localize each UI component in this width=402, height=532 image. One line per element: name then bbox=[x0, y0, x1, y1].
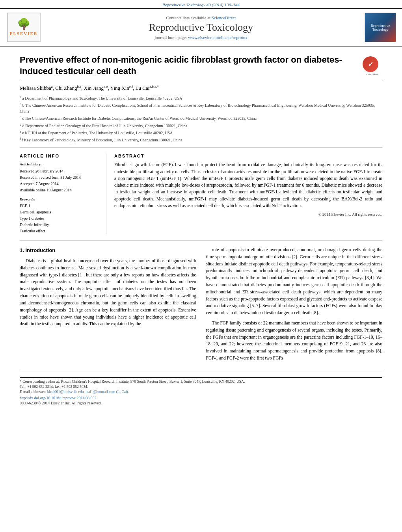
keyword-4: Diabetic infertility bbox=[20, 222, 100, 228]
homepage-link[interactable]: www.elsevier.com/locate/reprotox bbox=[188, 35, 248, 40]
affil-c: c c The Chinese-American Research Instit… bbox=[20, 115, 382, 122]
keyword-5: Testicular effect bbox=[20, 228, 100, 234]
journal-ref: Reproductive Toxicology 49 (2014) 136–14… bbox=[162, 2, 240, 7]
two-col-section: Article Info Article history: Received 2… bbox=[20, 148, 382, 240]
journal-logo: ReproductiveToxicology bbox=[361, 13, 396, 42]
authors-line: Melissa Skibbaa, Chi Zhangb,c, Xin Jiang… bbox=[20, 81, 382, 93]
email-links[interactable]: klcai001@louisville.edu, lcai1@hotmail.c… bbox=[47, 390, 129, 394]
keyword-2: Germ cell apoptosis bbox=[20, 209, 100, 215]
header-center: Contents lists available at ScienceDirec… bbox=[45, 15, 357, 40]
email-label: E-mail addresses: bbox=[20, 390, 46, 394]
received-date: Received 26 February 2014 bbox=[20, 169, 63, 173]
doi-line: http://dx.doi.org/10.1016/j.reprotox.201… bbox=[20, 396, 382, 400]
contents-line: Contents lists available at ScienceDirec… bbox=[45, 15, 357, 20]
intro-para-3: The FGF family consists of 22 mammalian … bbox=[206, 320, 383, 362]
affil-b: b b The Chinese-American Research Instit… bbox=[20, 102, 382, 115]
affil-e: e e KCHRI at the Department of Pediatric… bbox=[20, 129, 382, 136]
journal-ref-bar: Reproductive Toxicology 49 (2014) 136–14… bbox=[0, 0, 402, 8]
sciencedirect-link[interactable]: ScienceDirect bbox=[212, 15, 236, 20]
keyword-3: Type 1 diabetes bbox=[20, 215, 100, 222]
intro-para-1: Diabetes is a global health concern and … bbox=[20, 258, 196, 328]
keyword-1: FGF-1 bbox=[20, 203, 100, 209]
elsevier-tree-icon: 🌳 bbox=[17, 19, 31, 30]
affil-d: d d Department of Radiation Oncology of … bbox=[20, 122, 382, 129]
footnote-star: * Corresponding author at: Kosair Childr… bbox=[20, 380, 382, 384]
accepted-date: Accepted 7 August 2014 bbox=[20, 182, 59, 186]
footer-divider bbox=[20, 377, 382, 378]
elsevier-name: ELSEVIER bbox=[9, 31, 38, 36]
copyright-line: © 2014 Elsevier Inc. All rights reserved… bbox=[114, 212, 382, 217]
article-info-col: Article Info Article history: Received 2… bbox=[20, 154, 106, 234]
journal-title: Reproductive Toxicology bbox=[45, 22, 357, 33]
footnote-tel: Tel.: +1 502 852 2214; fax: +1 502 852 5… bbox=[20, 385, 382, 389]
affil-a: a a Department of Pharmacology and Toxic… bbox=[20, 95, 382, 102]
history-label: Article history: bbox=[20, 161, 100, 167]
two-col-body: 1. Introduction Diabetes is a global hea… bbox=[20, 247, 382, 365]
keywords-section: Keywords: FGF-1 Germ cell apoptosis Type… bbox=[20, 197, 100, 234]
journal-logo-img: ReproductiveToxicology bbox=[365, 13, 396, 42]
doi-link[interactable]: http://dx.doi.org/10.1016/j.reprotox.201… bbox=[20, 396, 97, 400]
keywords-label: Keywords: bbox=[20, 197, 100, 201]
abstract-text: Fibroblast growth factor (FGF)-1 was fou… bbox=[114, 161, 382, 209]
page: Reproductive Toxicology 49 (2014) 136–14… bbox=[0, 0, 402, 407]
elsevier-logo-box: 🌳 ELSEVIER bbox=[7, 13, 41, 42]
article-info-heading: Article Info bbox=[20, 154, 100, 158]
affil-f: f f Key Laboratory of Pathobiology, Mini… bbox=[20, 136, 382, 143]
revised-date: Received in revised form 31 July 2014 bbox=[20, 175, 81, 180]
header-section: 🌳 ELSEVIER Contents lists available at S… bbox=[0, 8, 402, 46]
crossmark-logo: ✓ CrossMark bbox=[363, 56, 382, 76]
available-date: Available online 19 August 2014 bbox=[20, 188, 71, 192]
intro-para-2: role of apoptosis to eliminate overprodu… bbox=[206, 247, 383, 317]
intro-heading: 1. Introduction bbox=[20, 247, 196, 254]
article-title-section: Preventive effect of non-mitogenic acidi… bbox=[20, 46, 382, 81]
abstract-heading: Abstract bbox=[114, 154, 382, 158]
body-col-right: role of apoptosis to eliminate overprodu… bbox=[206, 247, 383, 365]
article-container: Preventive effect of non-mitogenic acidi… bbox=[0, 46, 402, 407]
article-title: Preventive effect of non-mitogenic acidi… bbox=[20, 54, 357, 77]
authors-text: Melissa Skibbaa, Chi Zhangb,c, Xin Jiang… bbox=[20, 85, 159, 91]
homepage-line: journal homepage: www.elsevier.com/locat… bbox=[45, 35, 357, 40]
footnote-email: E-mail addresses: klcai001@louisville.ed… bbox=[20, 390, 382, 394]
footer-section: * Corresponding author at: Kosair Childr… bbox=[20, 371, 382, 407]
body-content: 1. Introduction Diabetes is a global hea… bbox=[20, 241, 382, 371]
affiliations: a a Department of Pharmacology and Toxic… bbox=[20, 93, 382, 148]
journal-logo-text: ReproductiveToxicology bbox=[371, 24, 390, 32]
elsevier-logo: 🌳 ELSEVIER bbox=[6, 13, 41, 42]
abstract-col: Abstract Fibroblast growth factor (FGF)-… bbox=[114, 154, 382, 234]
crossmark-text: CrossMark bbox=[363, 73, 382, 76]
issn-line: 0890-6238/© 2014 Elsevier Inc. All right… bbox=[20, 401, 382, 405]
article-history: Article history: Received 26 February 20… bbox=[20, 161, 100, 193]
crossmark-icon: ✓ bbox=[363, 56, 378, 72]
body-col-left: 1. Introduction Diabetes is a global hea… bbox=[20, 247, 196, 365]
